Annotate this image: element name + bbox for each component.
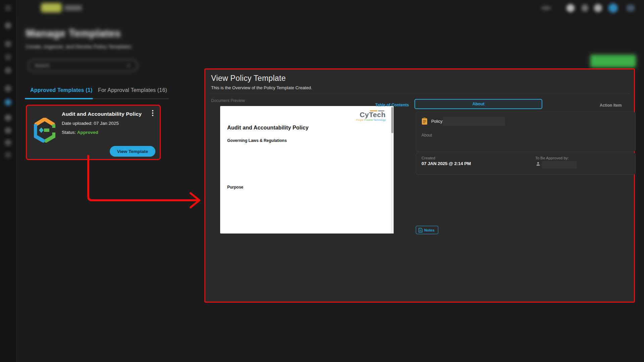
- view-template-button[interactable]: View Template: [110, 146, 155, 157]
- card-kebab-menu-icon[interactable]: [150, 109, 155, 117]
- doc-scrollbar[interactable]: [391, 106, 394, 234]
- nav-blob-1[interactable]: [5, 5, 11, 11]
- created-info-card: Created 07 JAN 2025 @ 2:14 PM To Be Appr…: [416, 153, 636, 175]
- app-window: Manage Templates Create, organize, and R…: [0, 0, 644, 362]
- create-template-button[interactable]: [590, 55, 636, 67]
- doc-heading-governing-laws: Governing Laws & Regulations: [227, 138, 287, 143]
- card-status: Status: Approved: [62, 130, 98, 135]
- card-title: Audit and Accountability Policy: [62, 111, 142, 117]
- avatar[interactable]: [608, 3, 618, 13]
- approver-label: To Be Approved by:: [535, 156, 569, 160]
- policy-clipboard-icon: [422, 117, 428, 125]
- doc-title: Audit and Accountability Policy: [227, 125, 309, 131]
- policy-label: Policy:: [431, 119, 444, 124]
- approver-value-field: [542, 161, 577, 168]
- menu-icon[interactable]: [626, 4, 635, 12]
- nav-blob-3[interactable]: [5, 41, 11, 47]
- active-tab-underline: [25, 98, 93, 99]
- apps-grid-icon[interactable]: [566, 4, 575, 12]
- card-date: Date uploaded: 07 Jan 2025: [62, 121, 119, 126]
- help-icon[interactable]: [594, 4, 602, 12]
- tab-action-item[interactable]: Action Item: [600, 103, 622, 108]
- page-subtitle: Create, organize, and Review Policy Temp…: [26, 44, 131, 49]
- doc-heading-purpose: Purpose: [227, 185, 243, 190]
- panel-subtitle: This is the Overview of the Policy Templ…: [211, 85, 312, 90]
- tab-approved-templates[interactable]: Approved Templates (1): [30, 87, 92, 93]
- app-logo-icon: [41, 3, 62, 12]
- nav-blob-11[interactable]: [5, 152, 11, 158]
- notifications-icon[interactable]: [582, 4, 588, 12]
- notes-button[interactable]: Notes: [416, 226, 438, 234]
- sidebar-nav: [0, 0, 16, 362]
- nav-blob-4[interactable]: [5, 54, 11, 60]
- search-icon: ⌕: [127, 62, 130, 69]
- search-input[interactable]: Search: [28, 59, 138, 72]
- annotation-arrow: [77, 154, 211, 211]
- nav-blob-5[interactable]: [5, 67, 11, 74]
- status-badge: Approved: [77, 130, 98, 135]
- cytech-hexagon-logo: [34, 118, 55, 143]
- person-icon: [536, 162, 540, 166]
- nav-blob-2[interactable]: [5, 22, 11, 29]
- policy-info-card: Policy: About: [416, 112, 636, 152]
- about-section-label: About: [422, 133, 432, 138]
- cytech-doc-logo: CyTech People Process Technology: [356, 111, 386, 121]
- search-icon[interactable]: [541, 6, 551, 10]
- tab-for-approval-templates[interactable]: For Approval Templates (16): [98, 87, 167, 93]
- created-timestamp: 07 JAN 2025 @ 2:14 PM: [422, 161, 471, 166]
- nav-blob-9[interactable]: [5, 127, 11, 134]
- nav-blob-6[interactable]: [5, 85, 11, 92]
- doc-scrollbar-thumb[interactable]: [391, 107, 393, 133]
- app-logo-text: [64, 5, 82, 10]
- notes-button-label: Notes: [424, 228, 435, 232]
- panel-title: View Policy Template: [211, 74, 286, 83]
- document-preview[interactable]: CyTech People Process Technology Audit a…: [220, 106, 394, 234]
- template-card[interactable]: Audit and Accountability Policy Date upl…: [26, 105, 161, 160]
- notes-document-icon: [418, 228, 423, 232]
- tab-about[interactable]: About: [414, 99, 542, 109]
- top-header: [16, 0, 644, 16]
- nav-blob-7[interactable]: [5, 99, 11, 106]
- policy-value-field: [443, 117, 505, 126]
- nav-blob-8[interactable]: [5, 114, 11, 121]
- nav-blob-10[interactable]: [5, 139, 11, 146]
- document-preview-label: Document Preview: [211, 98, 245, 103]
- created-label: Created: [422, 156, 435, 160]
- panel-divider: [209, 94, 630, 94]
- table-of-contents-link[interactable]: Table of Contents: [375, 103, 409, 107]
- page-title: Manage Templates: [26, 28, 121, 40]
- view-policy-template-panel: View Policy Template This is the Overvie…: [204, 68, 635, 303]
